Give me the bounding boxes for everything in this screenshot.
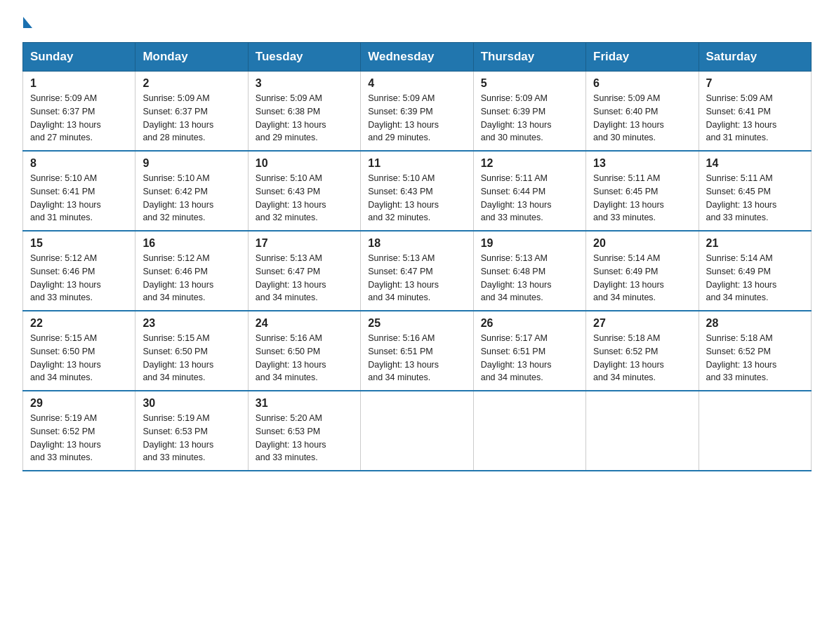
day-info: Sunrise: 5:12 AMSunset: 6:46 PMDaylight:…	[143, 253, 213, 302]
day-number: 4	[368, 77, 465, 90]
day-info: Sunrise: 5:11 AMSunset: 6:44 PMDaylight:…	[481, 173, 552, 222]
day-info: Sunrise: 5:09 AMSunset: 6:38 PMDaylight:…	[256, 93, 326, 142]
day-info: Sunrise: 5:10 AMSunset: 6:42 PMDaylight:…	[143, 173, 213, 222]
day-info: Sunrise: 5:19 AMSunset: 6:53 PMDaylight:…	[143, 413, 213, 462]
day-number: 3	[256, 77, 353, 90]
day-info: Sunrise: 5:19 AMSunset: 6:52 PMDaylight:…	[30, 413, 101, 462]
header-wednesday: Wednesday	[361, 43, 473, 72]
day-number: 1	[30, 77, 128, 90]
day-info: Sunrise: 5:10 AMSunset: 6:43 PMDaylight:…	[256, 173, 326, 222]
calendar-cell: 12 Sunrise: 5:11 AMSunset: 6:44 PMDaylig…	[473, 151, 585, 231]
calendar-header-row: SundayMondayTuesdayWednesdayThursdayFrid…	[23, 43, 812, 72]
day-info: Sunrise: 5:16 AMSunset: 6:50 PMDaylight:…	[256, 333, 326, 382]
header-thursday: Thursday	[473, 43, 585, 72]
calendar-cell: 16 Sunrise: 5:12 AMSunset: 6:46 PMDaylig…	[135, 231, 248, 311]
week-row-4: 22 Sunrise: 5:15 AMSunset: 6:50 PMDaylig…	[23, 311, 812, 391]
day-info: Sunrise: 5:14 AMSunset: 6:49 PMDaylight:…	[593, 253, 664, 302]
calendar-cell: 2 Sunrise: 5:09 AMSunset: 6:37 PMDayligh…	[135, 72, 248, 152]
day-info: Sunrise: 5:09 AMSunset: 6:41 PMDaylight:…	[706, 93, 777, 142]
calendar-cell: 31 Sunrise: 5:20 AMSunset: 6:53 PMDaylig…	[248, 391, 360, 471]
day-number: 27	[593, 317, 691, 330]
day-number: 23	[143, 317, 240, 330]
header-tuesday: Tuesday	[248, 43, 360, 72]
day-info: Sunrise: 5:14 AMSunset: 6:49 PMDaylight:…	[706, 253, 777, 302]
day-info: Sunrise: 5:09 AMSunset: 6:40 PMDaylight:…	[593, 93, 664, 142]
calendar-cell: 3 Sunrise: 5:09 AMSunset: 6:38 PMDayligh…	[248, 72, 360, 152]
day-info: Sunrise: 5:13 AMSunset: 6:47 PMDaylight:…	[256, 253, 326, 302]
day-number: 2	[143, 77, 240, 90]
calendar-cell: 1 Sunrise: 5:09 AMSunset: 6:37 PMDayligh…	[23, 72, 135, 152]
calendar-table: SundayMondayTuesdayWednesdayThursdayFrid…	[22, 42, 812, 471]
day-number: 9	[143, 157, 240, 170]
calendar-cell: 24 Sunrise: 5:16 AMSunset: 6:50 PMDaylig…	[248, 311, 360, 391]
calendar-cell: 20 Sunrise: 5:14 AMSunset: 6:49 PMDaylig…	[586, 231, 699, 311]
calendar-cell: 27 Sunrise: 5:18 AMSunset: 6:52 PMDaylig…	[586, 311, 699, 391]
calendar-cell: 28 Sunrise: 5:18 AMSunset: 6:52 PMDaylig…	[699, 311, 811, 391]
day-number: 11	[368, 157, 465, 170]
week-row-5: 29 Sunrise: 5:19 AMSunset: 6:52 PMDaylig…	[23, 391, 812, 471]
calendar-cell: 30 Sunrise: 5:19 AMSunset: 6:53 PMDaylig…	[135, 391, 248, 471]
day-number: 17	[256, 237, 353, 250]
calendar-cell: 8 Sunrise: 5:10 AMSunset: 6:41 PMDayligh…	[23, 151, 135, 231]
calendar-cell: 10 Sunrise: 5:10 AMSunset: 6:43 PMDaylig…	[248, 151, 360, 231]
calendar-cell: 9 Sunrise: 5:10 AMSunset: 6:42 PMDayligh…	[135, 151, 248, 231]
header-friday: Friday	[586, 43, 699, 72]
day-number: 13	[593, 157, 691, 170]
day-number: 19	[481, 237, 578, 250]
day-info: Sunrise: 5:10 AMSunset: 6:43 PMDaylight:…	[368, 173, 439, 222]
day-number: 12	[481, 157, 578, 170]
day-number: 6	[593, 77, 691, 90]
day-info: Sunrise: 5:15 AMSunset: 6:50 PMDaylight:…	[30, 333, 101, 382]
day-number: 26	[481, 317, 578, 330]
day-number: 7	[706, 77, 804, 90]
calendar-cell: 5 Sunrise: 5:09 AMSunset: 6:39 PMDayligh…	[473, 72, 585, 152]
day-number: 15	[30, 237, 128, 250]
day-info: Sunrise: 5:13 AMSunset: 6:47 PMDaylight:…	[368, 253, 439, 302]
day-info: Sunrise: 5:20 AMSunset: 6:53 PMDaylight:…	[256, 413, 326, 462]
day-info: Sunrise: 5:11 AMSunset: 6:45 PMDaylight:…	[706, 173, 777, 222]
day-info: Sunrise: 5:09 AMSunset: 6:37 PMDaylight:…	[143, 93, 213, 142]
week-row-2: 8 Sunrise: 5:10 AMSunset: 6:41 PMDayligh…	[23, 151, 812, 231]
day-info: Sunrise: 5:18 AMSunset: 6:52 PMDaylight:…	[706, 333, 777, 382]
calendar-cell: 29 Sunrise: 5:19 AMSunset: 6:52 PMDaylig…	[23, 391, 135, 471]
day-info: Sunrise: 5:10 AMSunset: 6:41 PMDaylight:…	[30, 173, 101, 222]
calendar-cell: 23 Sunrise: 5:15 AMSunset: 6:50 PMDaylig…	[135, 311, 248, 391]
page-header	[22, 17, 812, 28]
day-number: 20	[593, 237, 691, 250]
day-number: 25	[368, 317, 465, 330]
day-info: Sunrise: 5:13 AMSunset: 6:48 PMDaylight:…	[481, 253, 552, 302]
calendar-cell: 15 Sunrise: 5:12 AMSunset: 6:46 PMDaylig…	[23, 231, 135, 311]
logo	[22, 17, 32, 28]
week-row-1: 1 Sunrise: 5:09 AMSunset: 6:37 PMDayligh…	[23, 72, 812, 152]
week-row-3: 15 Sunrise: 5:12 AMSunset: 6:46 PMDaylig…	[23, 231, 812, 311]
calendar-cell: 26 Sunrise: 5:17 AMSunset: 6:51 PMDaylig…	[473, 311, 585, 391]
calendar-cell: 21 Sunrise: 5:14 AMSunset: 6:49 PMDaylig…	[699, 231, 811, 311]
calendar-cell	[473, 391, 585, 471]
logo-triangle-icon	[23, 17, 32, 28]
header-monday: Monday	[135, 43, 248, 72]
day-info: Sunrise: 5:09 AMSunset: 6:39 PMDaylight:…	[368, 93, 439, 142]
day-number: 24	[256, 317, 353, 330]
day-number: 22	[30, 317, 128, 330]
header-sunday: Sunday	[23, 43, 135, 72]
calendar-cell: 13 Sunrise: 5:11 AMSunset: 6:45 PMDaylig…	[586, 151, 699, 231]
day-info: Sunrise: 5:18 AMSunset: 6:52 PMDaylight:…	[593, 333, 664, 382]
day-number: 29	[30, 397, 128, 410]
day-number: 18	[368, 237, 465, 250]
calendar-cell: 11 Sunrise: 5:10 AMSunset: 6:43 PMDaylig…	[361, 151, 473, 231]
calendar-cell	[361, 391, 473, 471]
day-number: 31	[256, 397, 353, 410]
calendar-cell: 4 Sunrise: 5:09 AMSunset: 6:39 PMDayligh…	[361, 72, 473, 152]
day-number: 16	[143, 237, 240, 250]
day-info: Sunrise: 5:12 AMSunset: 6:46 PMDaylight:…	[30, 253, 101, 302]
day-number: 28	[706, 317, 804, 330]
day-info: Sunrise: 5:09 AMSunset: 6:39 PMDaylight:…	[481, 93, 552, 142]
day-info: Sunrise: 5:17 AMSunset: 6:51 PMDaylight:…	[481, 333, 552, 382]
calendar-cell: 14 Sunrise: 5:11 AMSunset: 6:45 PMDaylig…	[699, 151, 811, 231]
calendar-cell: 6 Sunrise: 5:09 AMSunset: 6:40 PMDayligh…	[586, 72, 699, 152]
header-saturday: Saturday	[699, 43, 811, 72]
day-info: Sunrise: 5:16 AMSunset: 6:51 PMDaylight:…	[368, 333, 439, 382]
day-number: 10	[256, 157, 353, 170]
calendar-cell: 25 Sunrise: 5:16 AMSunset: 6:51 PMDaylig…	[361, 311, 473, 391]
calendar-cell	[699, 391, 811, 471]
